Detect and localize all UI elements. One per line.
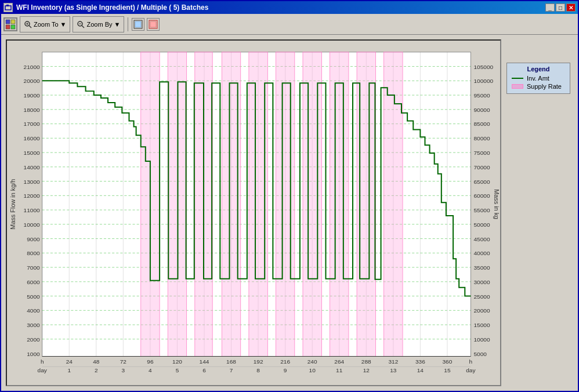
svg-text:11: 11 bbox=[336, 367, 343, 373]
svg-text:30000: 30000 bbox=[473, 279, 490, 285]
maximize-button[interactable]: □ bbox=[556, 3, 565, 12]
legend-supply-box bbox=[512, 84, 523, 89]
svg-text:9000: 9000 bbox=[27, 236, 40, 242]
window-controls: _ □ ✕ bbox=[545, 3, 576, 12]
svg-text:20000: 20000 bbox=[24, 78, 41, 84]
svg-text:4: 4 bbox=[149, 367, 152, 373]
legend-inv-line bbox=[512, 78, 523, 79]
svg-text:3: 3 bbox=[122, 367, 125, 373]
svg-text:11000: 11000 bbox=[24, 207, 41, 213]
svg-text:55000: 55000 bbox=[473, 207, 490, 213]
svg-text:6000: 6000 bbox=[27, 279, 40, 285]
legend-inv-label: Inv. Amt bbox=[527, 75, 549, 82]
title-bar: WFI Inventory (as Single Ingredient) / M… bbox=[1, 1, 578, 14]
svg-text:100000: 100000 bbox=[473, 78, 493, 84]
svg-text:14: 14 bbox=[417, 367, 424, 373]
svg-text:2000: 2000 bbox=[27, 336, 40, 343]
svg-text:360: 360 bbox=[442, 358, 452, 365]
svg-text:5000: 5000 bbox=[473, 351, 487, 357]
svg-text:192: 192 bbox=[254, 358, 263, 365]
svg-text:70000: 70000 bbox=[473, 164, 490, 170]
svg-text:72: 72 bbox=[120, 358, 127, 365]
legend-panel: Legend Inv. Amt Supply Rate bbox=[504, 39, 573, 386]
svg-rect-5 bbox=[11, 25, 15, 29]
svg-text:14000: 14000 bbox=[24, 164, 41, 170]
svg-text:144: 144 bbox=[200, 358, 209, 365]
svg-text:240: 240 bbox=[307, 358, 317, 365]
toolbar-icon-4[interactable] bbox=[147, 18, 160, 31]
svg-text:264: 264 bbox=[334, 358, 344, 365]
svg-text:7: 7 bbox=[230, 367, 233, 373]
svg-text:21000: 21000 bbox=[24, 64, 41, 70]
icon-button-1[interactable] bbox=[4, 18, 17, 31]
svg-text:312: 312 bbox=[388, 358, 398, 365]
svg-text:45000: 45000 bbox=[473, 236, 490, 242]
svg-text:13: 13 bbox=[390, 367, 397, 373]
svg-rect-63 bbox=[384, 52, 403, 357]
svg-text:19000: 19000 bbox=[24, 92, 41, 99]
svg-text:4000: 4000 bbox=[27, 307, 40, 314]
svg-text:12000: 12000 bbox=[24, 193, 41, 199]
svg-text:Mass Flow in kg/h: Mass Flow in kg/h bbox=[9, 179, 16, 230]
svg-line-11 bbox=[82, 26, 84, 28]
window-title: WFI Inventory (as Single Ingredient) / M… bbox=[16, 3, 208, 12]
legend-box: Legend Inv. Amt Supply Rate bbox=[506, 63, 570, 94]
svg-text:20000: 20000 bbox=[473, 307, 490, 314]
svg-text:15: 15 bbox=[444, 367, 451, 373]
zoom-to-button[interactable]: Zoom To ▼ bbox=[20, 16, 70, 32]
zoom-to-label: Zoom To bbox=[34, 21, 59, 28]
svg-rect-1 bbox=[6, 5, 9, 6]
legend-title: Legend bbox=[512, 66, 565, 72]
toolbar-icon-3[interactable] bbox=[132, 18, 144, 31]
svg-text:24: 24 bbox=[66, 358, 73, 365]
svg-text:15000: 15000 bbox=[473, 322, 490, 328]
svg-rect-4 bbox=[6, 25, 10, 29]
svg-text:12: 12 bbox=[363, 367, 370, 373]
svg-text:168: 168 bbox=[226, 358, 236, 365]
svg-text:10: 10 bbox=[309, 367, 316, 373]
svg-text:6: 6 bbox=[202, 367, 206, 373]
svg-text:15000: 15000 bbox=[24, 150, 41, 156]
svg-text:216: 216 bbox=[280, 358, 290, 365]
legend-supply-label: Supply Rate bbox=[527, 83, 562, 90]
svg-text:336: 336 bbox=[415, 358, 425, 365]
svg-text:40000: 40000 bbox=[473, 250, 490, 256]
svg-text:10000: 10000 bbox=[24, 222, 41, 228]
zoom-by-button[interactable]: Zoom By ▼ bbox=[73, 16, 124, 32]
svg-text:50000: 50000 bbox=[473, 222, 490, 228]
close-button[interactable]: ✕ bbox=[566, 3, 576, 12]
svg-text:10000: 10000 bbox=[473, 336, 490, 343]
svg-text:day: day bbox=[466, 367, 475, 373]
toolbar-separator bbox=[128, 17, 128, 31]
content-area: 21000 20000 19000 18000 17000 16000 1500… bbox=[1, 35, 578, 391]
svg-rect-2 bbox=[6, 20, 10, 24]
svg-text:95000: 95000 bbox=[473, 92, 490, 99]
legend-item-inv: Inv. Amt bbox=[512, 75, 565, 82]
svg-text:day: day bbox=[38, 367, 47, 373]
svg-text:25000: 25000 bbox=[473, 293, 490, 300]
zoom-by-arrow: ▼ bbox=[114, 21, 121, 28]
svg-text:96: 96 bbox=[147, 358, 154, 365]
svg-rect-16 bbox=[150, 21, 156, 27]
svg-text:8000: 8000 bbox=[27, 250, 40, 256]
svg-rect-60 bbox=[303, 52, 321, 357]
minimize-button[interactable]: _ bbox=[545, 3, 555, 12]
svg-text:5000: 5000 bbox=[27, 293, 40, 300]
svg-text:13000: 13000 bbox=[24, 179, 41, 185]
svg-text:90000: 90000 bbox=[473, 107, 490, 113]
svg-text:105000: 105000 bbox=[473, 64, 493, 70]
svg-text:85000: 85000 bbox=[473, 121, 490, 128]
svg-text:60000: 60000 bbox=[473, 193, 490, 199]
svg-rect-3 bbox=[11, 20, 15, 24]
svg-rect-0 bbox=[5, 6, 11, 10]
svg-text:80000: 80000 bbox=[473, 135, 490, 141]
svg-rect-14 bbox=[135, 21, 141, 27]
svg-text:8: 8 bbox=[256, 367, 260, 373]
chart-svg: 21000 20000 19000 18000 17000 16000 1500… bbox=[7, 41, 500, 385]
svg-text:5: 5 bbox=[176, 367, 179, 373]
svg-text:h: h bbox=[41, 358, 44, 365]
svg-text:288: 288 bbox=[361, 358, 371, 365]
zoom-to-arrow: ▼ bbox=[60, 21, 67, 28]
legend-item-supply: Supply Rate bbox=[512, 83, 565, 90]
svg-text:h: h bbox=[469, 358, 473, 365]
